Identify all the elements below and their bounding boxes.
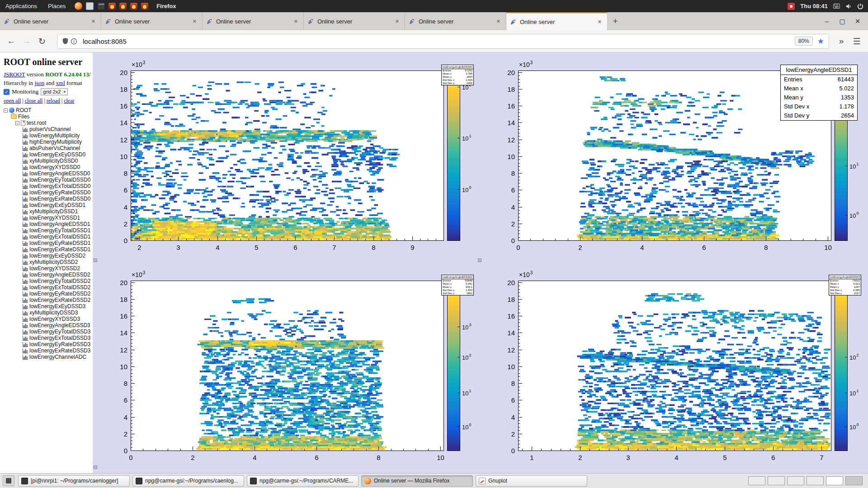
stats-box[interactable]: lowEnergyAngleEDSSD1Entries61443Mean x5.… [780, 65, 858, 121]
show-desktop-button[interactable] [3, 475, 14, 486]
tree-item[interactable]: lowEnergyEyRateDSSD1 [3, 240, 93, 246]
app-launcher-icon[interactable] [141, 3, 148, 10]
tree-item[interactable]: lowEnergyEyTotalDSSD2 [3, 278, 93, 284]
tree-item[interactable]: lowEnergyChannelADC [3, 354, 93, 360]
pad-resize-anchor[interactable] [94, 258, 97, 262]
url-text[interactable]: localhost:8085 [83, 38, 795, 45]
histogram-canvas-lowEnergyAngleEDSSD2[interactable] [93, 263, 480, 473]
tree-item[interactable]: lowEnergyExTotalDSSD3 [3, 335, 93, 341]
taskbar-window-button[interactable]: npg@carme-gsi:~/Programs/CARME... [247, 475, 359, 487]
taskbar-window-button[interactable]: Online server — Mozilla Firefox [361, 475, 473, 487]
minimize-button[interactable]: – [820, 18, 834, 25]
tree-item[interactable]: lowEnergyExRateDSSD0 [3, 196, 93, 202]
tree-item[interactable]: lowEnergyMultiplicity [3, 132, 93, 139]
tree-item[interactable]: lowEnergyAngleEDSSD2 [3, 272, 93, 278]
tree-item[interactable]: lowEnergyAngleEDSSD3 [3, 322, 93, 328]
json-link[interactable]: json [35, 80, 45, 86]
layout-select[interactable]: grid 2x2 ▾ [41, 88, 68, 95]
tab-close-icon[interactable]: ✕ [191, 17, 198, 26]
bookmark-star-icon[interactable]: ★ [817, 37, 824, 46]
app-menu-button[interactable]: ☰ [849, 36, 864, 47]
tab[interactable]: Online server✕ [101, 12, 203, 30]
url-bar[interactable]: localhost:8085 80% ★ [57, 34, 829, 49]
tree-item[interactable]: lowEnergyXYDSSD0 [3, 164, 93, 170]
pad-resize-anchor[interactable] [478, 258, 481, 262]
tree-item[interactable]: xyMultiplicityDSSD1 [3, 208, 93, 215]
tree-item[interactable]: lowEnergyXYDSSD1 [3, 215, 93, 221]
workspace-box[interactable] [845, 476, 863, 485]
tree-item[interactable]: lowEnergyAngleEDSSD0 [3, 170, 93, 177]
back-button[interactable]: ← [4, 36, 19, 46]
reload-button[interactable]: ↻ [34, 36, 50, 47]
tab[interactable]: Online server✕ [0, 12, 101, 30]
workspace-box[interactable] [748, 476, 765, 485]
power-icon[interactable] [857, 3, 863, 9]
keyboard-layout-icon[interactable] [833, 4, 840, 9]
stats-box[interactable]: lowEnergyAngleEDSSD2Entries50848Mean x5.… [441, 275, 474, 296]
tree-item[interactable]: lowEnergyExTotalDSSD0 [3, 183, 93, 189]
tree-item[interactable]: xyMultiplicityDSSD3 [3, 310, 93, 316]
restore-button[interactable]: ▢ [835, 18, 849, 25]
tree-action-open-all[interactable]: open all [4, 98, 21, 104]
app-launcher-icon[interactable] [108, 3, 116, 10]
tree-item[interactable]: lowEnergyEyTotalDSSD3 [3, 328, 93, 335]
tab-close-icon[interactable]: ✕ [495, 17, 502, 26]
monitoring-checkbox[interactable] [4, 89, 9, 95]
active-app-label[interactable]: Firefox [156, 3, 176, 9]
taskbar-window-button[interactable]: Gnuplot [476, 475, 587, 487]
tree-item[interactable]: lowEnergyAngleEDSSD1 [3, 221, 93, 227]
tree-item[interactable]: lowEnergyEyRateDSSD2 [3, 291, 93, 297]
tree-action-reload[interactable]: reload [47, 98, 60, 104]
forward-button[interactable]: → [19, 36, 34, 46]
tab-close-icon[interactable]: ✕ [292, 17, 300, 26]
tree-action-close-all[interactable]: close all [25, 98, 43, 104]
taskbar-window-button[interactable]: [pi@nnrpi1: ~/Programs/caenlogger] [18, 475, 130, 487]
tree-item[interactable]: xyMultiplicityDSSD0 [3, 158, 93, 164]
tree-item[interactable]: lowEnergyEyTotalDSSD1 [3, 227, 93, 234]
stats-box[interactable]: lowEnergyAngleEDSSD3Entries70032Mean x4.… [829, 275, 861, 296]
workspace-box-active[interactable] [826, 476, 843, 485]
places-menu[interactable]: Places [42, 0, 71, 12]
tree-item-files[interactable]: Files [3, 113, 93, 120]
volume-icon[interactable] [845, 3, 852, 9]
tree-item[interactable]: lowEnergyXYDSSD3 [3, 316, 93, 322]
tracking-protection-shield-icon[interactable] [62, 38, 69, 45]
tab-close-icon[interactable]: ✕ [393, 17, 401, 26]
tab[interactable]: Online server✕ [304, 12, 405, 30]
tab[interactable]: Online server✕ [203, 12, 304, 30]
tree-item[interactable]: lowEnergyEyRateDSSD0 [3, 189, 93, 196]
workspace-box[interactable] [807, 476, 824, 485]
app-launcher-icon[interactable] [119, 3, 127, 10]
overflow-menu-button[interactable]: » [834, 36, 849, 46]
collapse-icon[interactable]: − [4, 108, 8, 113]
tree-item[interactable]: lowEnergyEyRateDSSD3 [3, 341, 93, 347]
workspace-box[interactable] [768, 476, 785, 485]
workspace-box[interactable] [787, 476, 804, 485]
tab[interactable]: Online server✕ [506, 12, 608, 30]
collapse-icon[interactable]: − [15, 121, 19, 125]
taskbar-window-button[interactable]: npg@carme-gsi:~/Programs/caenlog... [132, 475, 244, 487]
tree-item[interactable]: lowEnergyExEyDSSD0 [3, 151, 93, 158]
tab[interactable]: Online server✕ [405, 12, 506, 30]
close-button[interactable]: ✕ [851, 18, 864, 25]
tree-item[interactable]: absPulserVsChannel [3, 145, 93, 151]
tree-item[interactable]: lowEnergyExTotalDSSD2 [3, 284, 93, 291]
tree-action-clear[interactable]: clear [64, 98, 74, 104]
tree-item[interactable]: xyMultiplicityDSSD2 [3, 259, 93, 265]
histogram-canvas-lowEnergyAngleEDSSD0[interactable] [93, 52, 480, 263]
applications-menu[interactable]: Applications [0, 0, 42, 12]
page-info-icon[interactable] [71, 38, 77, 45]
tree-item[interactable]: pulserVsChannel [3, 126, 93, 132]
app-launcher-icon[interactable] [130, 3, 137, 10]
terminal-launcher-icon[interactable] [97, 2, 105, 10]
tree-item[interactable]: lowEnergyExEyDSSD3 [3, 303, 93, 310]
tree-item[interactable]: highEnergyMultiplicity [3, 139, 93, 145]
tree-item[interactable]: lowEnergyExRateDSSD1 [3, 246, 93, 253]
notification-icon[interactable] [788, 3, 795, 10]
tree-item[interactable]: lowEnergyExRateDSSD3 [3, 347, 93, 354]
new-tab-button[interactable]: + [608, 12, 623, 30]
clock[interactable]: Thu 08:41 [800, 3, 828, 9]
xml-link[interactable]: xml [56, 80, 65, 86]
tree-item[interactable]: lowEnergyExTotalDSSD1 [3, 234, 93, 240]
tree-item-test-root[interactable]: − test.root [3, 120, 93, 126]
